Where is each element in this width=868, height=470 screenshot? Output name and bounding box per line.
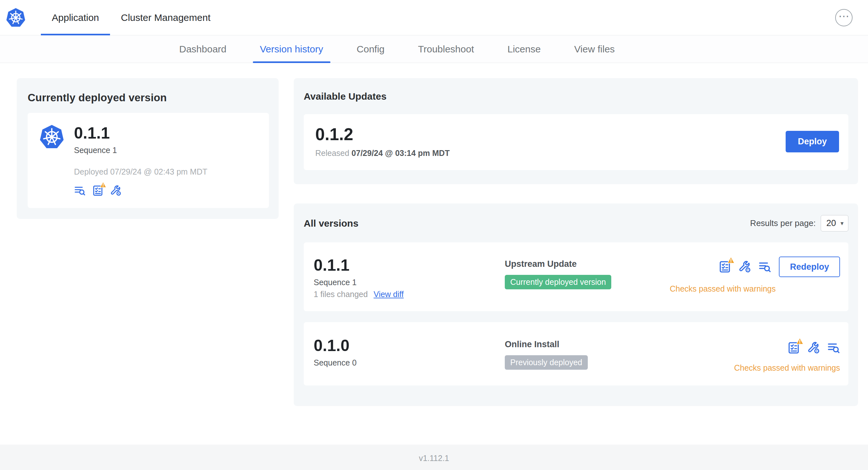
deploy-button[interactable]: Deploy (786, 131, 839, 153)
version-source-label: Online Install (505, 339, 734, 349)
checks-status-text[interactable]: Checks passed with warnings (734, 363, 840, 373)
current-version-title: Currently deployed version (28, 92, 269, 104)
results-per-page-value: 20 (826, 218, 836, 228)
main-content: Currently deployed version 0.1.1 Sequenc… (0, 63, 868, 406)
current-version-actions (74, 185, 208, 196)
chevron-down-icon: ▾ (840, 220, 843, 226)
deploy-logs-icon[interactable] (74, 185, 86, 196)
available-updates-card: Available Updates 0.1.2 Released 07/29/2… (294, 78, 858, 184)
tab-cluster-management[interactable]: Cluster Management (110, 0, 221, 35)
topbar-spacer (221, 0, 835, 35)
deploy-logs-icon[interactable] (827, 341, 840, 354)
version-row-0-1-0: 0.1.0 Sequence 0 Online Install Previous… (304, 322, 848, 385)
top-navbar: Application Cluster Management ⋯ (0, 0, 868, 35)
available-update-row: 0.1.2 Released 07/29/24 @ 03:14 pm MDT D… (304, 114, 848, 170)
files-changed-label: 1 files changed (314, 290, 368, 299)
version-actions-row (787, 341, 840, 354)
version-row-info: 0.1.1 Sequence 1 1 files changed View di… (314, 257, 505, 299)
view-diff-link[interactable]: View diff (374, 290, 404, 299)
current-version-number: 0.1.1 (74, 125, 208, 142)
current-version-details: 0.1.1 Sequence 1 Deployed 07/29/24 @ 02:… (74, 125, 208, 196)
version-row-info: 0.1.0 Sequence 0 (314, 337, 505, 367)
app-subnav: Dashboard Version history Config Trouble… (0, 35, 868, 63)
released-prefix: Released (315, 148, 349, 158)
current-version-deployed-date: Deployed 07/29/24 @ 02:43 pm MDT (74, 167, 208, 176)
subnav-item-dashboard[interactable]: Dashboard (162, 35, 243, 63)
version-row-actions: Redeploy Checks passed with warnings (670, 257, 840, 294)
page: Application Cluster Management ⋯ Dashboa… (0, 0, 868, 470)
version-action-icons (718, 260, 771, 273)
current-version-card: Currently deployed version 0.1.1 Sequenc… (17, 78, 279, 219)
right-column: Available Updates 0.1.2 Released 07/29/2… (294, 78, 858, 406)
version-row-source: Upstream Update Currently deployed versi… (505, 257, 670, 289)
available-update-version: 0.1.2 (315, 125, 450, 143)
subnav-item-troubleshoot[interactable]: Troubleshoot (401, 35, 491, 63)
results-per-page-label: Results per page: (750, 218, 816, 228)
version-row-actions: Checks passed with warnings (734, 337, 840, 373)
console-version-label: v1.112.1 (419, 454, 449, 463)
subnav-item-version-history[interactable]: Version history (243, 35, 340, 63)
version-number: 0.1.1 (314, 257, 505, 274)
checks-status-text[interactable]: Checks passed with warnings (670, 284, 776, 294)
tab-application-label: Application (52, 12, 99, 23)
current-version-sequence: Sequence 1 (74, 146, 208, 155)
warning-triangle-icon (100, 181, 106, 188)
ellipsis-icon: ⋯ (838, 11, 849, 22)
subnav-item-view-files[interactable]: View files (558, 35, 631, 63)
all-versions-header: All versions Results per page: 20 ▾ (304, 215, 848, 231)
config-wrench-icon[interactable] (110, 185, 122, 196)
all-versions-card: All versions Results per page: 20 ▾ 0.1.… (294, 203, 858, 406)
version-row-source: Online Install Previously deployed (505, 337, 734, 370)
app-logo-icon (39, 125, 64, 149)
version-sequence: Sequence 0 (314, 358, 505, 367)
version-source-label: Upstream Update (505, 259, 670, 269)
released-date: 07/29/24 @ 03:14 pm MDT (352, 148, 450, 158)
warning-triangle-icon (796, 337, 804, 345)
footer: v1.112.1 (0, 445, 868, 470)
available-updates-title: Available Updates (304, 91, 848, 102)
status-badge: Previously deployed (505, 355, 588, 370)
config-wrench-icon[interactable] (738, 260, 751, 273)
kubernetes-logo-icon (6, 0, 26, 35)
results-per-page-select[interactable]: 20 ▾ (821, 215, 848, 231)
available-update-released: Released 07/29/24 @ 03:14 pm MDT (315, 148, 450, 158)
preflight-checks-icon[interactable] (787, 341, 800, 354)
all-versions-title: All versions (304, 218, 359, 229)
version-number: 0.1.0 (314, 337, 505, 354)
subnav-item-config[interactable]: Config (340, 35, 402, 63)
deploy-logs-icon[interactable] (758, 260, 771, 273)
preflight-checks-icon[interactable] (92, 185, 103, 196)
preflight-checks-icon[interactable] (718, 260, 731, 273)
tab-cluster-management-label: Cluster Management (121, 12, 210, 23)
version-files-row: 1 files changed View diff (314, 290, 505, 299)
version-row-0-1-1: 0.1.1 Sequence 1 1 files changed View di… (304, 242, 848, 311)
current-version-panel: 0.1.1 Sequence 1 Deployed 07/29/24 @ 02:… (28, 113, 269, 208)
results-per-page: Results per page: 20 ▾ (750, 215, 848, 231)
version-sequence: Sequence 1 (314, 278, 505, 287)
top-tabs: Application Cluster Management (41, 0, 221, 35)
tab-application[interactable]: Application (41, 0, 110, 35)
subnav-item-license[interactable]: License (491, 35, 557, 63)
available-update-info: 0.1.2 Released 07/29/24 @ 03:14 pm MDT (315, 125, 450, 158)
version-actions-row: Redeploy (718, 257, 840, 277)
redeploy-button[interactable]: Redeploy (779, 257, 840, 277)
config-wrench-icon[interactable] (807, 341, 820, 354)
overflow-menu-button[interactable]: ⋯ (835, 9, 852, 26)
version-action-icons (787, 341, 840, 354)
warning-triangle-icon (727, 256, 735, 264)
status-badge: Currently deployed version (505, 275, 611, 289)
